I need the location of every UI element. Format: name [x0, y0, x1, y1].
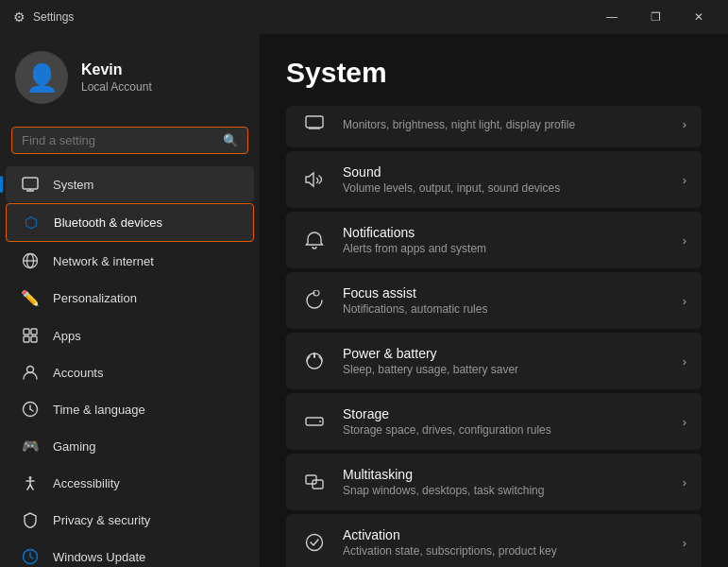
- settings-item-storage-text: Storage Storage space, drives, configura…: [343, 406, 551, 437]
- settings-item-focus[interactable]: Focus assist Notifications, automatic ru…: [286, 272, 702, 329]
- settings-app-icon: ⚙: [13, 9, 25, 25]
- sidebar-item-label-gaming: Gaming: [53, 439, 96, 454]
- sidebar-item-gaming[interactable]: 🎮 Gaming: [6, 428, 254, 464]
- sidebar-item-label-accessibility: Accessibility: [53, 476, 120, 490]
- content-area: System Monitors, brightness, night light…: [260, 34, 728, 567]
- sidebar-item-update[interactable]: Windows Update: [6, 539, 254, 567]
- search-icon[interactable]: 🔍: [223, 133, 238, 147]
- settings-item-display-desc: Monitors, brightness, night light, displ…: [343, 118, 575, 131]
- close-button[interactable]: ✕: [677, 0, 720, 34]
- apps-icon: [21, 327, 40, 344]
- settings-item-activation[interactable]: Activation Activation state, subscriptio…: [286, 514, 702, 567]
- svg-line-13: [30, 409, 33, 411]
- sidebar-item-label-privacy: Privacy & security: [53, 513, 150, 527]
- svg-rect-7: [31, 329, 37, 335]
- settings-item-power-left: Power & battery Sleep, battery usage, ba…: [301, 346, 518, 376]
- sidebar-item-label-time: Time & language: [53, 403, 145, 417]
- svg-line-17: [27, 485, 30, 490]
- settings-item-sound-text: Sound Volume levels, output, input, soun…: [343, 164, 560, 195]
- settings-item-sound-title: Sound: [343, 164, 560, 180]
- settings-item-power-title: Power & battery: [343, 346, 518, 361]
- sidebar-item-label-update: Windows Update: [53, 550, 145, 564]
- sidebar-item-label-bluetooth: Bluetooth & devices: [54, 215, 162, 230]
- privacy-icon: [21, 511, 40, 528]
- settings-item-sound[interactable]: Sound Volume levels, output, input, soun…: [286, 151, 702, 208]
- settings-item-storage[interactable]: Storage Storage space, drives, configura…: [286, 393, 702, 450]
- display-icon: [301, 113, 328, 134]
- personalization-icon: ✏️: [21, 289, 40, 307]
- settings-item-multitasking[interactable]: Multitasking Snap windows, desktops, tas…: [286, 454, 702, 510]
- main-layout: 👤 Kevin Local Account 🔍: [0, 34, 728, 567]
- multitasking-icon: [301, 472, 328, 492]
- settings-item-notifications-text: Notifications Alerts from apps and syste…: [343, 225, 486, 255]
- search-box[interactable]: 🔍: [11, 127, 248, 154]
- settings-item-activation-desc: Activation state, subscriptions, product…: [343, 544, 557, 558]
- settings-item-power-text: Power & battery Sleep, battery usage, ba…: [343, 346, 518, 376]
- time-icon: [21, 401, 40, 418]
- sidebar-item-label-apps: Apps: [53, 329, 81, 343]
- sidebar-item-time[interactable]: Time & language: [6, 391, 254, 427]
- search-container: 🔍: [0, 119, 260, 165]
- settings-item-power-desc: Sleep, battery usage, battery saver: [343, 363, 518, 376]
- storage-icon: [301, 411, 328, 432]
- maximize-button[interactable]: ❐: [634, 0, 677, 34]
- settings-item-activation-title: Activation: [343, 527, 557, 542]
- chevron-icon-multitasking: ›: [683, 475, 686, 490]
- chevron-icon-storage: ›: [683, 415, 686, 429]
- user-name: Kevin: [81, 61, 152, 78]
- settings-item-activation-left: Activation Activation state, subscriptio…: [301, 527, 557, 558]
- chevron-icon-activation: ›: [683, 536, 686, 550]
- avatar: 👤: [15, 51, 68, 104]
- titlebar-left: ⚙ Settings: [13, 9, 74, 25]
- user-profile[interactable]: 👤 Kevin Local Account: [0, 34, 260, 119]
- sidebar-item-bluetooth[interactable]: ⬡ Bluetooth & devices: [6, 203, 254, 242]
- settings-item-multitasking-text: Multitasking Snap windows, desktops, tas…: [343, 467, 544, 497]
- chevron-icon-notifications: ›: [683, 233, 686, 248]
- settings-item-notifications-left: Notifications Alerts from apps and syste…: [301, 225, 486, 255]
- chevron-icon-sound: ›: [683, 173, 686, 187]
- avatar-icon: 👤: [25, 62, 59, 94]
- settings-item-sound-left: Sound Volume levels, output, input, soun…: [301, 164, 560, 195]
- sidebar-nav: System ⬡ Bluetooth & devices Network & i…: [0, 165, 260, 567]
- sidebar-item-apps[interactable]: Apps: [6, 318, 254, 353]
- chevron-icon-display: ›: [683, 117, 686, 131]
- settings-item-multitasking-title: Multitasking: [343, 467, 544, 482]
- svg-rect-21: [306, 116, 323, 128]
- sound-icon: [301, 169, 328, 190]
- activation-icon: [301, 532, 328, 553]
- minimize-button[interactable]: —: [590, 0, 634, 34]
- sidebar-item-personalization[interactable]: ✏️ Personalization: [6, 280, 254, 317]
- settings-item-focus-left: Focus assist Notifications, automatic ru…: [301, 285, 487, 316]
- power-icon: [301, 351, 328, 371]
- page-title: System: [286, 57, 702, 89]
- titlebar: ⚙ Settings — ❐ ✕: [0, 0, 728, 34]
- settings-item-storage-title: Storage: [343, 406, 551, 421]
- settings-item-notifications[interactable]: Notifications Alerts from apps and syste…: [286, 212, 702, 268]
- search-input[interactable]: [22, 133, 215, 147]
- sidebar-item-network[interactable]: Network & internet: [6, 243, 254, 279]
- sidebar-item-system[interactable]: System: [6, 166, 254, 202]
- window-controls: — ❐ ✕: [590, 0, 720, 34]
- settings-item-focus-title: Focus assist: [343, 285, 487, 301]
- settings-item-notifications-desc: Alerts from apps and system: [343, 242, 486, 255]
- notifications-icon: [301, 230, 328, 250]
- settings-item-sound-desc: Volume levels, output, input, sound devi…: [343, 181, 560, 195]
- svg-point-25: [319, 421, 321, 422]
- settings-item-power[interactable]: Power & battery Sleep, battery usage, ba…: [286, 333, 702, 389]
- sidebar-item-accounts[interactable]: Accounts: [6, 354, 254, 390]
- sidebar-item-privacy[interactable]: Privacy & security: [6, 502, 254, 538]
- svg-rect-6: [24, 329, 29, 335]
- accessibility-icon: [21, 474, 40, 491]
- focus-icon: [301, 290, 328, 311]
- system-icon: [21, 176, 40, 193]
- sidebar-item-accessibility[interactable]: Accessibility: [6, 465, 254, 501]
- settings-item-display[interactable]: Monitors, brightness, night light, displ…: [286, 106, 702, 147]
- settings-item-notifications-title: Notifications: [343, 225, 486, 240]
- svg-rect-0: [23, 178, 38, 189]
- sidebar-item-label-system: System: [53, 178, 93, 192]
- settings-item-storage-desc: Storage space, drives, configuration rul…: [343, 423, 551, 437]
- settings-item-activation-text: Activation Activation state, subscriptio…: [343, 527, 557, 558]
- settings-item-multitasking-left: Multitasking Snap windows, desktops, tas…: [301, 467, 544, 497]
- settings-item-display-left: Monitors, brightness, night light, displ…: [301, 113, 575, 134]
- sidebar: 👤 Kevin Local Account 🔍: [0, 34, 260, 567]
